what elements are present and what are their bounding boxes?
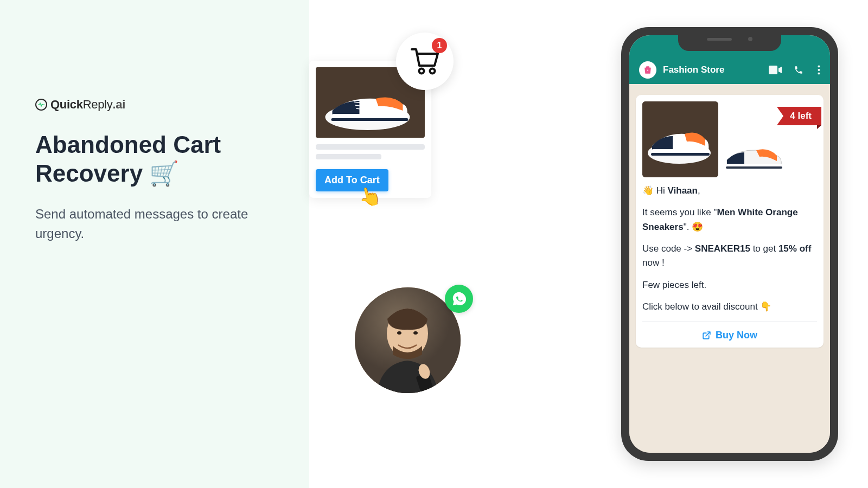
brand-logo-icon — [35, 99, 47, 111]
svg-point-8 — [430, 69, 435, 74]
svg-point-17 — [818, 73, 820, 75]
brand-logo-text: QuickReply.ai — [50, 98, 125, 112]
urgency-line: Few pieces left. — [642, 278, 817, 292]
greeting-line: 👋 Hi Vihaan, — [642, 184, 817, 198]
svg-point-7 — [419, 69, 424, 74]
discount-line: Use code -> SNEAKER15 to get 15% off now… — [642, 242, 817, 271]
store-name: Fashion Store — [663, 65, 762, 75]
product-line: It seems you like "Men White Orange Snea… — [642, 206, 817, 234]
svg-rect-3 — [331, 118, 409, 121]
brand-quick: Quick — [50, 98, 83, 111]
message-product-image — [642, 101, 718, 177]
external-link-icon — [702, 331, 711, 340]
svg-rect-23 — [726, 166, 782, 169]
buy-now-button[interactable]: Buy Now — [642, 322, 817, 341]
cart-indicator: 1 — [396, 33, 454, 90]
svg-point-12 — [413, 331, 418, 335]
hero-panel: QuickReply.ai Abandoned Cart Recovery 🛒 … — [0, 0, 309, 488]
buy-now-label: Buy Now — [716, 330, 757, 341]
phone-notch — [678, 35, 781, 51]
discount-amount: 15% off — [778, 243, 811, 254]
stock-ribbon: 4 left — [777, 107, 821, 125]
cart-count-badge: 1 — [432, 38, 447, 53]
subheadline: Send automated messages to create urgenc… — [35, 204, 263, 243]
message-text: 👋 Hi Vihaan, It seems you like "Men Whit… — [642, 184, 817, 314]
phone-mockup: Fashion Store — [621, 27, 838, 461]
svg-point-15 — [818, 66, 820, 68]
placeholder-line — [316, 144, 425, 150]
voice-call-icon[interactable] — [794, 65, 803, 75]
whatsapp-icon — [445, 285, 473, 313]
headline: Abandoned Cart Recovery 🛒 — [35, 131, 282, 188]
coupon-code: SNEAKER15 — [695, 243, 750, 254]
svg-point-16 — [818, 69, 820, 71]
message-stock-panel: 4 left — [723, 101, 817, 177]
cta-line: Click below to avail discount 👇 — [642, 300, 817, 314]
chat-body: 4 left 👋 Hi Vihaan, It seems you like "M — [629, 84, 830, 453]
message-card: 4 left 👋 Hi Vihaan, It seems you like "M — [636, 95, 824, 348]
more-options-icon[interactable] — [818, 65, 820, 75]
video-call-icon[interactable] — [769, 66, 782, 74]
product-thumbnail — [723, 139, 788, 172]
placeholder-line — [316, 154, 381, 159]
store-avatar — [639, 61, 656, 79]
customer-name: Vihaan — [668, 185, 698, 196]
brand-ai: .ai — [112, 98, 125, 111]
brand-reply: Reply — [83, 98, 113, 111]
brand-logo: QuickReply.ai — [35, 98, 282, 112]
customer-avatar — [355, 287, 461, 393]
svg-rect-21 — [651, 153, 710, 156]
svg-point-11 — [397, 331, 401, 335]
